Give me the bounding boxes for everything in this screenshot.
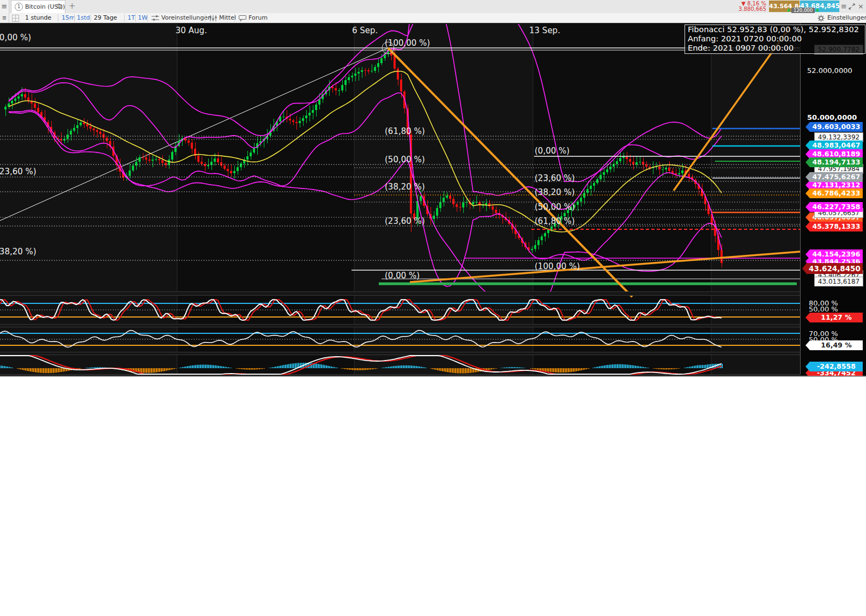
forum-icon[interactable] [239,15,246,21]
range-current[interactable]: 29 Tage [94,13,117,23]
settings-button[interactable]: Einstellungen [827,13,866,23]
mean-button[interactable]: Mittel [219,13,236,23]
tab-number-badge: 1 [15,3,23,11]
quote-change-abs: 3.880,665 [734,7,766,12]
tf-1std-button[interactable]: 1std [77,13,90,23]
bid-up-icon: ▲ [787,7,790,12]
search-icon[interactable] [56,3,63,10]
tf-1t-button[interactable]: 1T [128,13,135,23]
legend-icon[interactable]: ≣ [0,13,9,23]
main-menu-icon[interactable]: ≡ [0,0,9,13]
layout-grid-icon[interactable] [12,15,19,22]
trading-app: ≡ 1 Bitcoin (USD) + ▼ 8,16 % 3.880,665 4… [0,0,866,616]
ask-up-icon: ▲ [816,7,819,12]
chart-toolbar: ≣ 1 stunde 15m 1std 29 Tage 1T 1W Vorein… [0,13,866,23]
tab-bitcoin-usd[interactable]: 1 Bitcoin (USD) [11,0,65,13]
gear-icon[interactable] [817,15,825,22]
quote-change: ▼ 8,16 % 3.880,665 [734,1,766,12]
timeframe-current[interactable]: 1 stunde [25,13,51,23]
close-icon[interactable]: × [858,2,864,10]
presets-icon[interactable] [152,15,159,21]
tf-15m-button[interactable]: 15m [62,13,75,23]
forum-button[interactable]: Forum [249,13,268,23]
tf-1w-button[interactable]: 1W [138,13,148,23]
chart-widget [0,23,866,377]
presets-button[interactable]: Voreinstellungen [161,13,211,23]
expand-icon[interactable] [849,3,855,10]
tab-bar: ≡ 1 Bitcoin (USD) + ▼ 8,16 % 3.880,665 4… [0,0,866,14]
chart-canvas[interactable] [0,23,866,376]
mean-icon[interactable] [209,15,217,21]
add-tab-button[interactable]: + [69,1,76,11]
widget-menu-icon[interactable]: ≡ [841,2,847,10]
